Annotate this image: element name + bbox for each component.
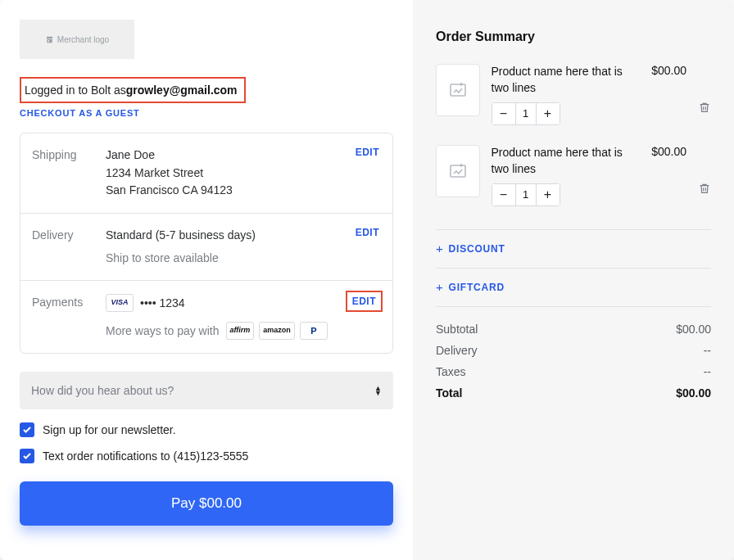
store-icon bbox=[45, 35, 54, 44]
remove-item-button[interactable] bbox=[698, 100, 711, 118]
image-placeholder-icon bbox=[448, 161, 468, 181]
remove-item-button[interactable] bbox=[698, 181, 711, 199]
text-notify-label: Text order notifications to (415)123-555… bbox=[43, 449, 248, 463]
item-price: $00.00 bbox=[651, 64, 686, 77]
item-price: $00.00 bbox=[651, 145, 686, 158]
subtotal-value: $00.00 bbox=[676, 323, 711, 336]
logged-in-prefix: Logged in to Bolt as bbox=[21, 84, 126, 97]
taxes-value: -- bbox=[704, 365, 711, 378]
delivery-body: Standard (5-7 business days) Ship to sto… bbox=[106, 227, 378, 267]
payments-body: VISA •••• 1234 More ways to pay with aff… bbox=[106, 294, 378, 340]
plus-icon: + bbox=[436, 242, 444, 255]
svg-rect-0 bbox=[451, 84, 465, 96]
qty-stepper: − 1 + bbox=[492, 102, 560, 125]
add-giftcard-link[interactable]: +GIFTCARD bbox=[436, 280, 505, 294]
visa-icon: VISA bbox=[106, 294, 134, 312]
text-notify-checkbox-row[interactable]: Text order notifications to (415)123-555… bbox=[20, 449, 393, 463]
select-chevron-icon: ▲▼ bbox=[374, 386, 382, 395]
check-icon bbox=[22, 451, 32, 461]
qty-increment[interactable]: + bbox=[537, 103, 560, 124]
qty-decrement[interactable]: − bbox=[492, 184, 515, 205]
divider bbox=[436, 268, 711, 269]
affirm-icon[interactable]: affirm bbox=[226, 322, 255, 340]
summary-item: Product name here that is two lines − 1 … bbox=[436, 56, 711, 137]
total-label: Total bbox=[436, 386, 462, 400]
hear-about-placeholder: How did you hear about us? bbox=[31, 384, 174, 397]
delivery-method: Standard (5-7 business days) bbox=[106, 227, 378, 245]
divider bbox=[436, 229, 711, 230]
totals: Subtotal$00.00 Delivery-- Taxes-- Total$… bbox=[436, 318, 711, 404]
delivery-label: Delivery bbox=[436, 344, 478, 357]
add-discount-link[interactable]: +DISCOUNT bbox=[436, 242, 505, 255]
check-icon bbox=[22, 425, 32, 435]
text-notify-checkbox[interactable] bbox=[20, 449, 34, 463]
divider bbox=[436, 306, 711, 307]
checkout-as-guest-link[interactable]: CHECKOUT AS A GUEST bbox=[20, 108, 393, 118]
hear-about-select[interactable]: How did you hear about us? ▲▼ bbox=[20, 372, 393, 409]
qty-value: 1 bbox=[515, 184, 537, 205]
qty-value: 1 bbox=[515, 103, 537, 124]
taxes-label: Taxes bbox=[436, 365, 466, 378]
trash-icon bbox=[698, 100, 711, 115]
paypal-icon[interactable]: P bbox=[300, 322, 328, 340]
subtotal-label: Subtotal bbox=[436, 323, 478, 336]
qty-increment[interactable]: + bbox=[537, 184, 560, 205]
newsletter-label: Sign up for our newsletter. bbox=[43, 423, 176, 436]
item-name: Product name here that is two lines bbox=[492, 64, 641, 96]
shipping-name: Jane Doe bbox=[106, 147, 378, 165]
edit-shipping-button[interactable]: EDIT bbox=[356, 147, 379, 158]
logged-in-banner: Logged in to Bolt as growley@gmail.com bbox=[20, 77, 246, 103]
total-value: $00.00 bbox=[676, 386, 711, 400]
checkout-page: Merchant logo Logged in to Bolt as growl… bbox=[0, 0, 734, 560]
delivery-section: Delivery Standard (5-7 business days) Sh… bbox=[20, 213, 392, 280]
order-summary: Order Summary Product name here that is … bbox=[413, 0, 734, 560]
delivery-label: Delivery bbox=[32, 227, 106, 267]
edit-delivery-button[interactable]: EDIT bbox=[356, 227, 379, 238]
qty-decrement[interactable]: − bbox=[492, 103, 515, 124]
shipping-city: San Francisco CA 94123 bbox=[106, 182, 378, 200]
image-placeholder-icon bbox=[448, 80, 468, 100]
merchant-logo-text: Merchant logo bbox=[57, 35, 109, 44]
delivery-note: Ship to store available bbox=[106, 250, 378, 268]
trash-icon bbox=[698, 181, 711, 196]
delivery-value: -- bbox=[704, 344, 711, 357]
shipping-section: Shipping Jane Doe 1234 Market Street San… bbox=[20, 133, 392, 213]
newsletter-checkbox[interactable] bbox=[20, 422, 34, 437]
edit-payments-button[interactable]: EDIT bbox=[346, 291, 383, 312]
plus-icon: + bbox=[436, 280, 444, 294]
product-thumbnail bbox=[436, 145, 480, 197]
item-name: Product name here that is two lines bbox=[492, 145, 641, 177]
product-thumbnail bbox=[436, 64, 480, 116]
more-ways-label: More ways to pay with bbox=[106, 323, 220, 341]
checkout-form: Merchant logo Logged in to Bolt as growl… bbox=[0, 0, 413, 560]
card-masked: •••• 1234 bbox=[140, 295, 185, 313]
newsletter-checkbox-row[interactable]: Sign up for our newsletter. bbox=[20, 422, 393, 437]
summary-title: Order Summary bbox=[436, 29, 711, 44]
svg-rect-1 bbox=[451, 165, 465, 177]
shipping-body: Jane Doe 1234 Market Street San Francisc… bbox=[106, 147, 378, 200]
payments-label: Payments bbox=[32, 294, 106, 340]
checkout-panel: Shipping Jane Doe 1234 Market Street San… bbox=[20, 133, 393, 354]
pay-button[interactable]: Pay $00.00 bbox=[20, 481, 393, 526]
payments-section: Payments VISA •••• 1234 More ways to pay… bbox=[20, 280, 392, 353]
shipping-label: Shipping bbox=[32, 147, 106, 200]
summary-item: Product name here that is two lines − 1 … bbox=[436, 137, 711, 218]
merchant-logo: Merchant logo bbox=[20, 20, 134, 59]
logged-in-email: growley@gmail.com bbox=[126, 84, 238, 97]
qty-stepper: − 1 + bbox=[492, 183, 560, 206]
shipping-street: 1234 Market Street bbox=[106, 165, 378, 183]
amazon-pay-icon[interactable]: amazon bbox=[259, 322, 295, 340]
